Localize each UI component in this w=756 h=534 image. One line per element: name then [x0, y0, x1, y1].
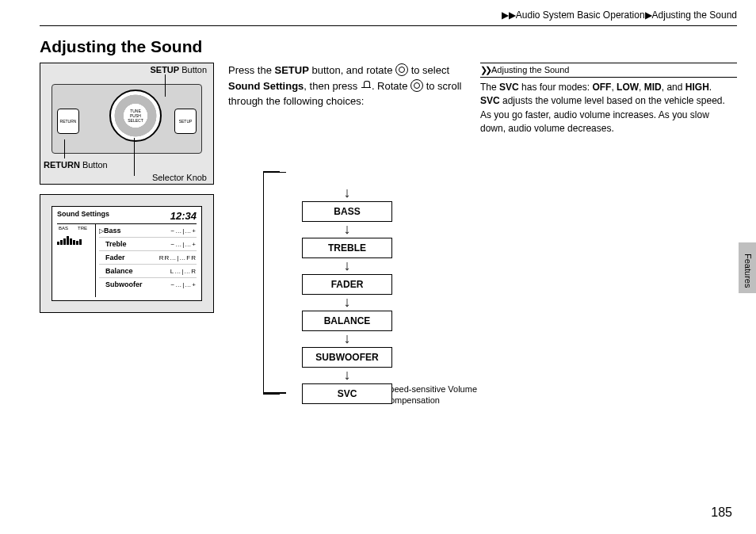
selector-callout: Selector Knob [152, 173, 207, 182]
screen-title: Sound Settings [57, 210, 109, 222]
screen: Sound Settings 12:34 BAS TRE [52, 206, 202, 301]
eq-label-tre: TRE [78, 226, 87, 231]
leader-selector [134, 138, 135, 176]
rotate-icon [410, 79, 423, 92]
flow-balance: BALANCE [302, 311, 392, 331]
screen-row: ▷Bass−…|…+ [99, 224, 197, 238]
page-title: Adjusting the Sound [40, 37, 737, 56]
rotate-icon [395, 63, 408, 76]
screen-list: ▷Bass−…|…+ Treble−…|…+ FaderRR…|…FR Bala… [95, 224, 197, 297]
screen-row: Treble−…|…+ [99, 238, 197, 251]
panel-device: RETURN TUNE PUSH SELECT SETUP [52, 84, 202, 154]
control-panel-figure: SETUP Button RETURN TUNE PUSH SELECT SET… [40, 63, 214, 185]
return-callout-suffix: Button [80, 160, 108, 170]
sidebar-heading: ❯❯Adjusting the Sound [480, 63, 737, 78]
screen-figure: Sound Settings 12:34 BAS TRE [40, 194, 214, 313]
setup-button-graphic: SETUP [174, 109, 197, 134]
flow-treble: TREBLE [302, 238, 392, 258]
screen-row: Subwoofer−…|…+ [99, 278, 197, 291]
flow-bracket [263, 171, 280, 395]
page-number: 185 [711, 505, 732, 520]
breadcrumb: ▶▶Audio System Basic Operation▶Adjusting… [40, 10, 737, 25]
selector-knob-graphic: TUNE PUSH SELECT [109, 90, 162, 142]
breadcrumb-sep: ▶▶ [502, 10, 516, 21]
flow-diagram: ↓ BASS ↓ TREBLE ↓ FADER ↓ BALANCE ↓ SUBW… [228, 185, 466, 404]
sidebar-heading-text: Adjusting the Sound [491, 65, 569, 74]
breadcrumb-a: Audio System Basic Operation [516, 10, 645, 21]
setup-callout: SETUP Button [150, 65, 207, 74]
sidebar-marker-icon: ❯❯ [480, 65, 490, 74]
flow-fader: FADER [302, 274, 392, 295]
breadcrumb-mid: ▶ [645, 10, 652, 21]
setup-callout-suffix: Button [179, 65, 207, 74]
flow-svc: SVC [302, 383, 392, 404]
eq-bars [57, 235, 90, 245]
section-tab-label: Features [743, 254, 753, 288]
sidebar-body: The SVC has four modes: OFF, LOW, MID, a… [480, 81, 737, 136]
leader-return [64, 139, 65, 158]
return-callout-bold: RETURN [44, 160, 80, 170]
leader-setup [165, 74, 166, 97]
return-callout: RETURN Button [44, 160, 108, 170]
screen-clock: 12:34 [170, 210, 197, 222]
breadcrumb-b: Adjusting the Sound [652, 10, 737, 21]
press-icon [361, 81, 372, 92]
flow-bass: BASS [302, 201, 392, 222]
svc-note: Speed-sensitive Volume Compensation [384, 383, 479, 406]
rule-top [40, 25, 737, 26]
screen-row: FaderRR…|…FR [99, 251, 197, 265]
intro-paragraph: Press the SETUP button, and rotate to se… [228, 63, 466, 109]
setup-callout-bold: SETUP [150, 65, 179, 74]
eq-label-bas: BAS [59, 226, 68, 231]
screen-row: BalanceL…|…R [99, 265, 197, 278]
return-button-graphic: RETURN [57, 109, 79, 134]
flow-subwoofer: SUBWOOFER [302, 347, 392, 368]
